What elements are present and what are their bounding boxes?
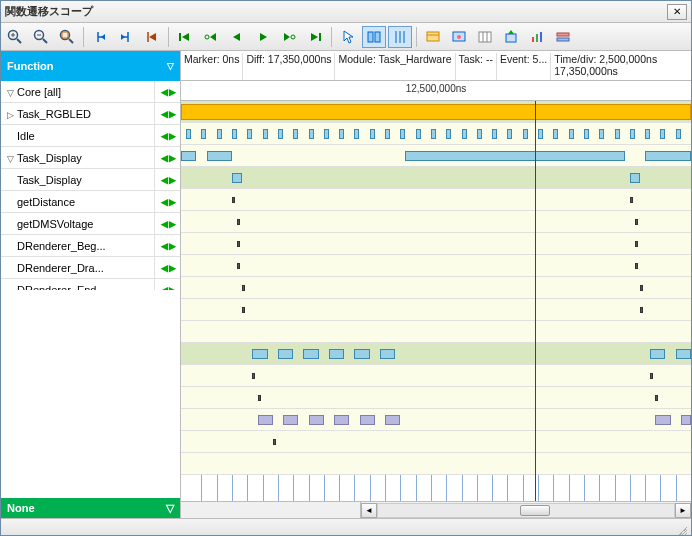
tree-row[interactable]: ▽Task_Display◀▶ [1,147,180,169]
activity-tick[interactable] [640,285,643,291]
prev-marker-icon[interactable]: ◀ [161,109,167,119]
prev-call-icon[interactable] [140,26,164,48]
activity-tick[interactable] [655,395,658,401]
activity-stub[interactable] [569,129,574,139]
prev-event-icon[interactable] [199,26,223,48]
activity-tick[interactable] [237,219,240,225]
track-area[interactable] [181,101,691,501]
activity-stub[interactable] [416,129,421,139]
timeline-track[interactable] [181,211,691,233]
activity-stub[interactable] [462,129,467,139]
resize-grip-icon[interactable] [673,521,687,535]
activity-stub[interactable] [385,129,390,139]
activity-tick[interactable] [635,241,638,247]
timeline-track[interactable] [181,365,691,387]
activity-tick[interactable] [640,307,643,313]
activity-stub[interactable] [247,129,252,139]
activity-tick[interactable] [635,263,638,269]
activity-tick[interactable] [237,241,240,247]
activity-stub[interactable] [339,129,344,139]
next-marker-icon[interactable]: ▶ [169,153,175,163]
activity-tick[interactable] [252,373,255,379]
activity-bar[interactable] [650,349,665,359]
timeline-track[interactable] [181,123,691,145]
none-header[interactable]: None ▽ [1,498,180,518]
prev-marker-icon[interactable]: ◀ [161,263,167,273]
activity-bar[interactable] [303,349,318,359]
activity-stub[interactable] [630,129,635,139]
activity-stub[interactable] [584,129,589,139]
function-header[interactable]: Function ▽ [1,51,180,81]
scroll-thumb[interactable] [520,505,550,516]
settings-icon[interactable] [551,26,575,48]
activity-stub[interactable] [278,129,283,139]
activity-stub[interactable] [507,129,512,139]
next-marker-icon[interactable]: ▶ [169,87,175,97]
next-marker-icon[interactable]: ▶ [169,175,175,185]
close-button[interactable]: ✕ [667,4,687,20]
activity-tick[interactable] [650,373,653,379]
activity-stub[interactable] [523,129,528,139]
activity-bar[interactable] [232,173,242,183]
activity-stub[interactable] [660,129,665,139]
activity-bar[interactable] [309,415,324,425]
activity-bar[interactable] [630,173,640,183]
scroll-track[interactable] [377,503,675,518]
prev-marker-icon[interactable]: ◀ [161,285,167,290]
prev-marker-icon[interactable]: ◀ [161,131,167,141]
pointer-icon[interactable] [336,26,360,48]
toggle-lines-icon[interactable] [388,26,412,48]
timeline-track[interactable] [181,101,691,123]
activity-tick[interactable] [630,197,633,203]
activity-stub[interactable] [263,129,268,139]
prev-marker-icon[interactable]: ◀ [161,175,167,185]
play-fwd-icon[interactable] [251,26,275,48]
highlight-icon[interactable] [447,26,471,48]
tree-row[interactable]: getDistance◀▶ [1,191,180,213]
timeline-track[interactable] [181,255,691,277]
activity-stub[interactable] [615,129,620,139]
activity-bar[interactable] [380,349,395,359]
activity-bar[interactable] [181,104,691,120]
zoom-out-icon[interactable] [29,26,53,48]
tree-row[interactable]: DRenderer_End...◀▶ [1,279,180,290]
timeline-track[interactable] [181,453,691,475]
activity-bar[interactable] [258,415,273,425]
tree-row[interactable]: ▷Task_RGBLED◀▶ [1,103,180,125]
next-marker-icon[interactable]: ▶ [169,219,175,229]
activity-stub[interactable] [446,129,451,139]
next-marker-icon[interactable]: ▶ [169,285,175,290]
activity-stub[interactable] [217,129,222,139]
activity-bar[interactable] [655,415,670,425]
activity-stub[interactable] [431,129,436,139]
export-icon[interactable] [499,26,523,48]
columns-icon[interactable] [473,26,497,48]
activity-bar[interactable] [278,349,293,359]
activity-bar[interactable] [681,415,691,425]
next-event-icon[interactable] [277,26,301,48]
scroll-right-button[interactable]: ► [675,503,691,518]
tree-row[interactable]: Idle◀▶ [1,125,180,147]
filter-icon[interactable] [421,26,445,48]
activity-tick[interactable] [242,285,245,291]
activity-stub[interactable] [370,129,375,139]
goto-end-icon[interactable] [303,26,327,48]
timeline-track[interactable] [181,277,691,299]
next-marker-icon[interactable]: ▶ [169,197,175,207]
activity-stub[interactable] [293,129,298,139]
toggle-stack-icon[interactable] [362,26,386,48]
expander-icon[interactable]: ▽ [5,88,15,98]
timeline-track[interactable] [181,167,691,189]
time-cursor[interactable] [535,101,536,501]
activity-bar[interactable] [676,349,691,359]
activity-tick[interactable] [237,263,240,269]
activity-bar[interactable] [360,415,375,425]
activity-tick[interactable] [273,439,276,445]
timeline-track[interactable] [181,387,691,409]
scroll-left-button[interactable]: ◄ [361,503,377,518]
activity-tick[interactable] [258,395,261,401]
activity-stub[interactable] [553,129,558,139]
tree-row[interactable]: DRenderer_Dra...◀▶ [1,257,180,279]
tree-row[interactable]: getDMSVoltage◀▶ [1,213,180,235]
activity-tick[interactable] [242,307,245,313]
